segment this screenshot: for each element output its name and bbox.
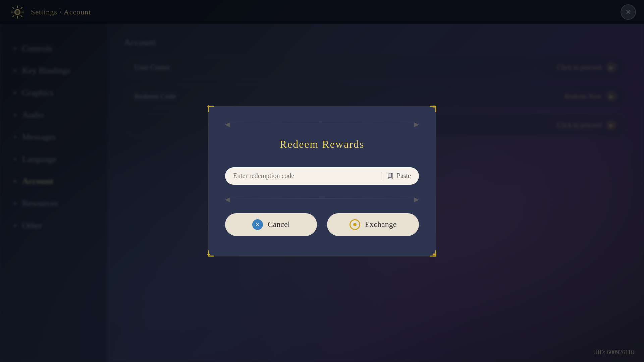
modal-buttons: ✕ Cancel Exchange: [225, 213, 419, 236]
redeem-modal: ◀ ▶ Redeem Rewards Paste ◀ ▶: [208, 106, 436, 256]
exchange-icon-inner: [353, 223, 357, 226]
exchange-icon: [350, 219, 360, 230]
svg-rect-16: [388, 173, 391, 178]
redemption-input[interactable]: [233, 172, 376, 180]
cancel-label: Cancel: [268, 220, 290, 229]
corner-decoration-bl: [207, 248, 216, 257]
corner-decoration-br: [428, 248, 437, 257]
modal-overlay: ◀ ▶ Redeem Rewards Paste ◀ ▶: [0, 0, 644, 362]
paste-label: Paste: [397, 172, 411, 180]
corner-decoration-tr: [428, 105, 437, 114]
svg-rect-12: [433, 105, 435, 108]
exchange-label: Exchange: [365, 220, 397, 229]
paste-icon: [387, 172, 394, 180]
bottom-decoration: ◀ ▶: [225, 198, 419, 203]
input-wrapper: Paste: [225, 167, 419, 185]
svg-rect-14: [433, 253, 435, 255]
corner-decoration-tl: [207, 105, 216, 114]
cancel-button[interactable]: ✕ Cancel: [225, 213, 317, 236]
exchange-button[interactable]: Exchange: [327, 213, 419, 236]
svg-rect-17: [389, 173, 391, 174]
svg-rect-13: [207, 253, 210, 255]
top-decoration: ◀ ▶: [225, 123, 419, 128]
modal-title: Redeem Rewards: [225, 138, 419, 150]
svg-rect-11: [207, 105, 210, 108]
paste-button[interactable]: Paste: [387, 172, 411, 180]
input-divider: [381, 172, 381, 180]
cancel-icon: ✕: [252, 219, 263, 230]
